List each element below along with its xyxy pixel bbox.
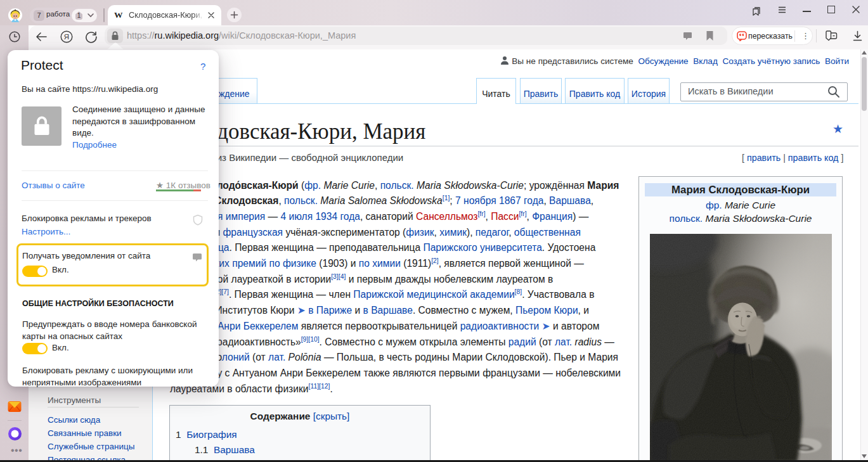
svg-text:Я: Я xyxy=(64,33,69,41)
svg-text:1: 1 xyxy=(77,12,81,19)
